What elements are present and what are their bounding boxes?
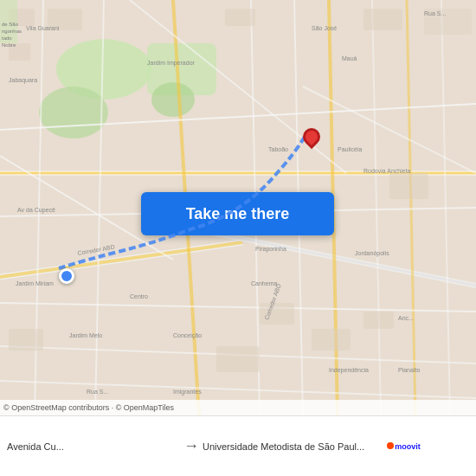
- moovit-logo: moovit: [376, 429, 432, 464]
- svg-text:Independência: Independência: [329, 367, 369, 374]
- svg-text:Jabaquara: Jabaquara: [9, 77, 37, 84]
- svg-text:Av da Cupecê: Av da Cupecê: [17, 207, 55, 214]
- svg-text:Jordanópolis: Jordanópolis: [355, 250, 389, 257]
- svg-text:São José: São José: [312, 25, 337, 31]
- svg-rect-31: [363, 9, 402, 30]
- svg-text:Mauá: Mauá: [342, 55, 357, 61]
- svg-text:Anc...: Anc...: [398, 315, 414, 321]
- svg-text:Rua S...: Rua S...: [424, 10, 446, 16]
- to-text: Universidade Metodista de São Paul...: [203, 441, 364, 452]
- svg-text:Rodovia Anchieta: Rodovia Anchieta: [363, 168, 411, 174]
- svg-text:Rua S...: Rua S...: [87, 389, 108, 395]
- bottom-bar: Avenida Cu... → Universidade Metodista d…: [0, 415, 476, 476]
- svg-text:Jardim Imperador: Jardim Imperador: [147, 60, 196, 67]
- svg-text:Taboão: Taboão: [268, 146, 288, 152]
- to-label: Universidade Metodista de São Paul...: [203, 441, 376, 452]
- map-container: Vila Guarani Jabaquara Jardim Imperador …: [0, 0, 476, 415]
- svg-text:Paulicéia: Paulicéia: [338, 146, 363, 152]
- moovit-dot: [387, 442, 394, 449]
- svg-rect-38: [9, 329, 43, 351]
- map-attribution: © OpenStreetMap contributors · © OpenMap…: [0, 400, 476, 415]
- svg-text:Planalto: Planalto: [398, 367, 420, 373]
- destination-marker: [303, 128, 320, 145]
- origin-marker: [59, 268, 74, 284]
- svg-text:Vila Guarani: Vila Guarani: [26, 25, 60, 31]
- svg-text:Conceição: Conceição: [173, 332, 202, 339]
- moovit-text: moovit: [387, 442, 421, 451]
- take-me-there-button[interactable]: Take me there: [141, 192, 334, 235]
- svg-text:Jardim Melo: Jardim Melo: [69, 332, 102, 338]
- from-label: Avenida Cu...: [7, 441, 180, 452]
- svg-text:Imigrantes: Imigrantes: [173, 389, 202, 396]
- svg-text:tado: tado: [2, 35, 12, 41]
- attribution-text: © OpenStreetMap contributors · © OpenMap…: [3, 403, 174, 412]
- svg-rect-37: [216, 346, 260, 372]
- svg-text:Canhema: Canhema: [251, 280, 277, 286]
- from-text: Avenida Cu...: [7, 441, 64, 452]
- arrow-icon: →: [183, 437, 199, 455]
- take-me-there-label: Take me there: [186, 205, 290, 223]
- svg-point-2: [39, 87, 108, 138]
- svg-rect-36: [363, 312, 394, 329]
- svg-text:Jardim Miriam: Jardim Miriam: [16, 280, 54, 286]
- svg-text:de São: de São: [2, 22, 19, 27]
- svg-text:Nobre: Nobre: [2, 42, 16, 48]
- svg-rect-30: [225, 9, 255, 26]
- svg-text:Centro: Centro: [130, 293, 148, 299]
- svg-point-4: [151, 82, 195, 117]
- svg-rect-39: [389, 173, 428, 199]
- svg-text:Piraporinha: Piraporinha: [255, 246, 286, 253]
- svg-text:ngonhas: ngonhas: [2, 29, 22, 34]
- svg-rect-35: [312, 329, 351, 351]
